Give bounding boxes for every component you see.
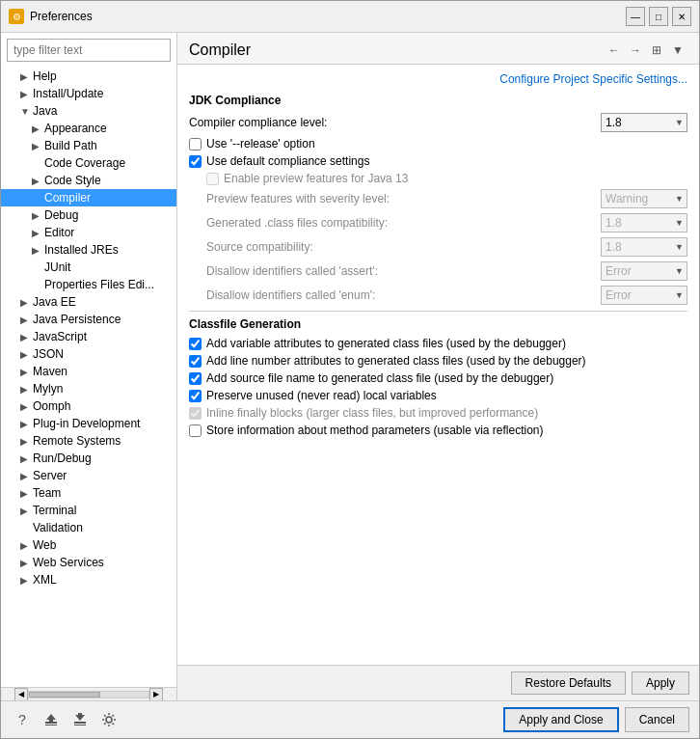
- sidebar-item-run-debug[interactable]: ▶ Run/Debug: [1, 450, 176, 467]
- use-default-checkbox[interactable]: [189, 155, 202, 168]
- footer-right: Apply and Close Cancel: [503, 707, 689, 732]
- sidebar-item-help[interactable]: ▶ Help: [1, 68, 176, 85]
- sidebar-item-maven[interactable]: ▶ Maven: [1, 363, 176, 380]
- sidebar-item-remote-systems[interactable]: ▶ Remote Systems: [1, 432, 176, 450]
- hscroll-track[interactable]: [28, 691, 149, 698]
- disallow-enum-label: Disallow identifiers called 'enum':: [206, 288, 595, 302]
- apply-close-button[interactable]: Apply and Close: [503, 707, 618, 732]
- sidebar-item-json[interactable]: ▶ JSON: [1, 345, 176, 363]
- preview-severity-select[interactable]: Warning: [601, 189, 687, 208]
- sidebar-item-editor[interactable]: ▶ Editor: [1, 224, 176, 241]
- add-source-row: Add source file name to generated class …: [189, 371, 687, 385]
- compliance-level-select[interactable]: 1.8: [601, 113, 687, 132]
- sidebar-item-label: Plug-in Development: [33, 417, 140, 430]
- maximize-button[interactable]: □: [649, 7, 668, 26]
- sidebar-item-web-services[interactable]: ▶ Web Services: [1, 554, 176, 571]
- sidebar-item-java[interactable]: ▼ Java: [1, 102, 176, 120]
- configure-project-link[interactable]: Configure Project Specific Settings...: [189, 72, 687, 86]
- sidebar-item-plugin-dev[interactable]: ▶ Plug-in Development: [1, 415, 176, 432]
- hscroll-thumb[interactable]: [29, 692, 100, 698]
- sidebar-item-label: Java EE: [33, 295, 76, 309]
- store-info-checkbox[interactable]: [189, 424, 202, 437]
- sidebar-item-properties-files[interactable]: Properties Files Edi...: [1, 276, 176, 293]
- compliance-level-label: Compiler compliance level:: [189, 116, 595, 129]
- sidebar-item-java-persistence[interactable]: ▶ Java Persistence: [1, 311, 176, 328]
- sidebar-item-code-style[interactable]: ▶ Code Style: [1, 172, 176, 189]
- expand-arrow: ▶: [20, 384, 30, 395]
- disallow-assert-select[interactable]: Error: [601, 261, 687, 281]
- scroll-right-btn[interactable]: ▶: [149, 688, 163, 701]
- sidebar-item-xml[interactable]: ▶ XML: [1, 571, 176, 588]
- cancel-button[interactable]: Cancel: [625, 707, 689, 732]
- more-button[interactable]: ▼: [668, 41, 687, 60]
- generated-class-row: Generated .class files compatibility: 1.…: [206, 213, 687, 233]
- sidebar-item-validation[interactable]: Validation: [1, 519, 176, 536]
- inline-finally-checkbox[interactable]: [189, 407, 202, 420]
- back-button[interactable]: ←: [605, 41, 624, 60]
- export-button[interactable]: [40, 708, 63, 731]
- sidebar-item-code-coverage[interactable]: Code Coverage: [1, 154, 176, 172]
- sidebar-item-label: Team: [33, 486, 61, 500]
- import-button[interactable]: [68, 708, 92, 731]
- svg-rect-3: [74, 722, 86, 724]
- svg-rect-0: [45, 722, 57, 724]
- inline-finally-label: Inline finally blocks (larger class file…: [206, 406, 538, 420]
- expand-arrow: ▶: [32, 245, 41, 256]
- sidebar-item-mylyn[interactable]: ▶ Mylyn: [1, 380, 176, 397]
- expand-arrow: ▶: [20, 349, 30, 360]
- sidebar-scrollbar[interactable]: ◀ ▶: [1, 687, 176, 700]
- sidebar-item-javascript[interactable]: ▶ JavaScript: [1, 328, 176, 345]
- sidebar-item-label: Validation: [33, 521, 83, 534]
- close-button[interactable]: ✕: [672, 7, 691, 26]
- sidebar-item-junit[interactable]: JUnit: [1, 259, 176, 276]
- expand-arrow: ▶: [32, 228, 41, 238]
- sidebar-item-team[interactable]: ▶ Team: [1, 484, 176, 502]
- sidebar-item-web[interactable]: ▶ Web: [1, 536, 176, 554]
- disallow-enum-select[interactable]: Error: [601, 286, 687, 305]
- inline-finally-row: Inline finally blocks (larger class file…: [189, 406, 687, 420]
- help-footer-button[interactable]: ?: [11, 708, 34, 731]
- preserve-unused-checkbox[interactable]: [189, 390, 202, 402]
- forward-button[interactable]: →: [626, 41, 645, 60]
- scroll-left-btn[interactable]: ◀: [14, 688, 28, 701]
- sidebar-item-label: Compiler: [44, 191, 91, 205]
- enable-preview-row: Enable preview features for Java 13: [206, 172, 687, 185]
- sidebar-item-terminal[interactable]: ▶ Terminal: [1, 502, 176, 519]
- sidebar-item-debug[interactable]: ▶ Debug: [1, 206, 176, 224]
- expand-arrow: ▶: [20, 401, 30, 412]
- expand-arrow: ▶: [32, 176, 41, 186]
- preview-severity-row: Preview features with severity level: Wa…: [206, 189, 687, 208]
- sidebar-item-build-path[interactable]: ▶ Build Path: [1, 137, 176, 154]
- settings-button[interactable]: [97, 708, 121, 731]
- sidebar-item-oomph[interactable]: ▶ Oomph: [1, 397, 176, 415]
- disallow-enum-select-wrapper: Error ▼: [601, 286, 687, 305]
- expand-arrow: ▶: [20, 506, 30, 516]
- sidebar-item-appearance[interactable]: ▶ Appearance: [1, 120, 176, 137]
- restore-defaults-button[interactable]: Restore Defaults: [511, 671, 626, 695]
- expand-arrow: ▶: [20, 558, 30, 568]
- enable-preview-checkbox[interactable]: [206, 173, 219, 185]
- compliance-level-select-wrapper: 1.8 ▼: [601, 113, 687, 132]
- expand-all-button[interactable]: ⊞: [647, 41, 666, 60]
- apply-button[interactable]: Apply: [632, 671, 689, 695]
- sidebar-item-installed-jres[interactable]: ▶ Installed JREs: [1, 241, 176, 259]
- expand-arrow: ▶: [20, 453, 30, 464]
- source-compat-select[interactable]: 1.8: [601, 237, 687, 257]
- sidebar-item-compiler[interactable]: Compiler: [1, 189, 176, 206]
- add-line-checkbox[interactable]: [189, 355, 202, 368]
- sidebar-item-label: Java: [33, 104, 57, 118]
- generated-class-select[interactable]: 1.8: [601, 213, 687, 233]
- sidebar-item-server[interactable]: ▶ Server: [1, 467, 176, 484]
- minimize-button[interactable]: —: [626, 7, 645, 26]
- divider: [189, 311, 687, 312]
- sidebar-item-label: Terminal: [33, 504, 76, 517]
- add-variable-checkbox[interactable]: [189, 338, 202, 350]
- import-icon: [72, 712, 88, 727]
- use-release-checkbox[interactable]: [189, 138, 202, 151]
- expand-arrow: ▶: [20, 488, 30, 499]
- add-line-row: Add line number attributes to generated …: [189, 354, 687, 368]
- add-source-checkbox[interactable]: [189, 372, 202, 385]
- filter-input[interactable]: [7, 39, 171, 62]
- sidebar-item-java-ee[interactable]: ▶ Java EE: [1, 293, 176, 311]
- sidebar-item-install-update[interactable]: ▶ Install/Update: [1, 85, 176, 102]
